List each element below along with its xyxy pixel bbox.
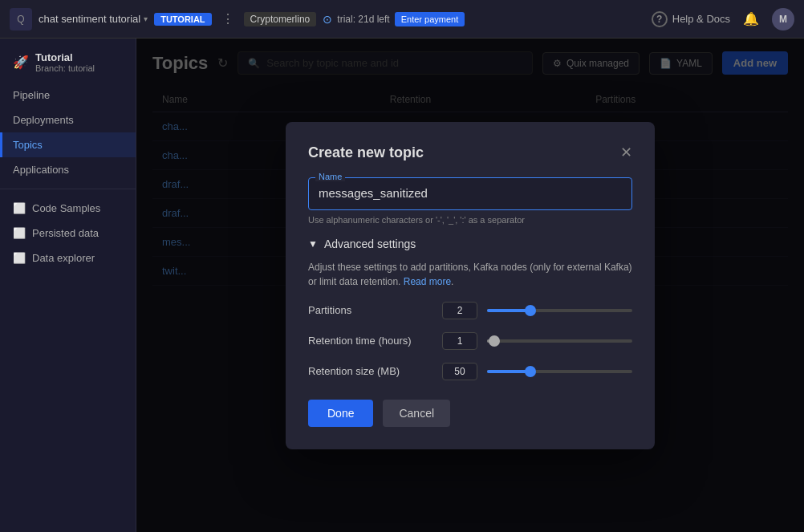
tutorial-badge: TUTORIAL — [154, 13, 211, 26]
user-badge: Cryptomerlino — [244, 12, 317, 26]
sidebar-data-explorer-label: Data explorer — [32, 252, 95, 264]
sidebar-divider — [0, 189, 136, 189]
retention-time-thumb[interactable] — [489, 335, 500, 347]
app-name-chevron-icon: ▾ — [144, 14, 148, 23]
sidebar-title: Tutorial — [35, 51, 95, 63]
cancel-button[interactable]: Cancel — [383, 400, 450, 427]
app-name[interactable]: chat sentiment tutorial ▾ — [39, 13, 148, 25]
retention-time-row: Retention time (hours) 1 — [308, 332, 632, 350]
sidebar: 🚀 Tutorial Branch: tutorial Pipeline Dep… — [0, 39, 136, 532]
help-icon: ? — [652, 11, 668, 27]
trial-info: ⊙ trial: 21d left Enter payment — [323, 12, 465, 26]
name-hint: Use alphanumeric characters or '-', '_',… — [308, 215, 632, 225]
partitions-label: Partitions — [308, 304, 432, 316]
content-area: Topics ↻ 🔍 Search by topic name and id ⚙… — [136, 39, 804, 532]
database-icon: ⬜ — [13, 227, 26, 239]
advanced-desc: Adjust these settings to add partitions,… — [308, 260, 632, 289]
main-layout: 🚀 Tutorial Branch: tutorial Pipeline Dep… — [0, 39, 804, 532]
code-icon: ⬜ — [13, 202, 26, 214]
sidebar-persisted-data-label: Persisted data — [32, 227, 99, 239]
name-field: Name Use alphanumeric characters or '-',… — [308, 177, 632, 225]
partitions-slider[interactable] — [487, 309, 632, 312]
partitions-value[interactable]: 2 — [442, 302, 477, 319]
modal-actions: Done Cancel — [308, 400, 632, 427]
create-topic-modal: Create new topic ✕ Name Use alphanumeric… — [286, 122, 655, 449]
enter-payment-button[interactable]: Enter payment — [395, 12, 465, 26]
retention-time-value[interactable]: 1 — [442, 332, 477, 350]
sidebar-item-code-samples[interactable]: ⬜ Code Samples — [0, 196, 136, 221]
partitions-thumb[interactable] — [525, 305, 536, 316]
read-more-link[interactable]: Read more — [404, 276, 451, 287]
sidebar-item-pipeline[interactable]: Pipeline — [0, 83, 136, 108]
retention-time-label: Retention time (hours) — [308, 335, 432, 347]
sidebar-code-samples-label: Code Samples — [32, 202, 100, 214]
retention-size-thumb[interactable] — [525, 366, 536, 377]
top-nav: Q chat sentiment tutorial ▾ TUTORIAL ⋮ C… — [0, 0, 804, 39]
advanced-settings-toggle[interactable]: ▼ Advanced settings — [308, 238, 632, 250]
sidebar-item-applications[interactable]: Applications — [0, 157, 136, 182]
rocket-icon: 🚀 — [13, 55, 29, 70]
avatar[interactable]: M — [772, 8, 794, 30]
modal-overlay: Create new topic ✕ Name Use alphanumeric… — [136, 39, 804, 532]
retention-size-slider[interactable] — [487, 370, 632, 373]
partitions-row: Partitions 2 — [308, 302, 632, 319]
trial-icon: ⊙ — [323, 13, 332, 26]
close-modal-button[interactable]: ✕ — [620, 145, 632, 160]
sidebar-item-deployments[interactable]: Deployments — [0, 108, 136, 132]
chevron-down-icon: ▼ — [308, 238, 318, 250]
name-field-wrapper: Name — [308, 177, 632, 210]
sidebar-item-data-explorer[interactable]: ⬜ Data explorer — [0, 246, 136, 270]
retention-time-slider[interactable] — [487, 339, 632, 343]
name-label: Name — [315, 172, 345, 181]
advanced-settings-label: Advanced settings — [324, 238, 416, 250]
sidebar-item-persisted-data[interactable]: ⬜ Persisted data — [0, 221, 136, 246]
modal-title: Create new topic — [308, 144, 424, 161]
modal-header: Create new topic ✕ — [308, 144, 632, 161]
sidebar-header: 🚀 Tutorial Branch: tutorial — [0, 48, 136, 83]
name-input[interactable] — [319, 183, 622, 203]
retention-size-row: Retention size (MB) 50 — [308, 363, 632, 380]
help-docs-link[interactable]: ? Help & Docs — [652, 11, 730, 27]
app-logo: Q — [10, 8, 32, 30]
sidebar-branch: Branch: tutorial — [35, 63, 95, 73]
explorer-search-icon: ⬜ — [13, 252, 26, 264]
more-options-icon[interactable]: ⋮ — [221, 11, 234, 26]
retention-size-value[interactable]: 50 — [442, 363, 477, 380]
sidebar-item-topics[interactable]: Topics — [0, 132, 136, 157]
done-button[interactable]: Done — [308, 400, 373, 427]
retention-size-label: Retention size (MB) — [308, 365, 432, 377]
notification-bell-icon[interactable]: 🔔 — [743, 11, 759, 26]
